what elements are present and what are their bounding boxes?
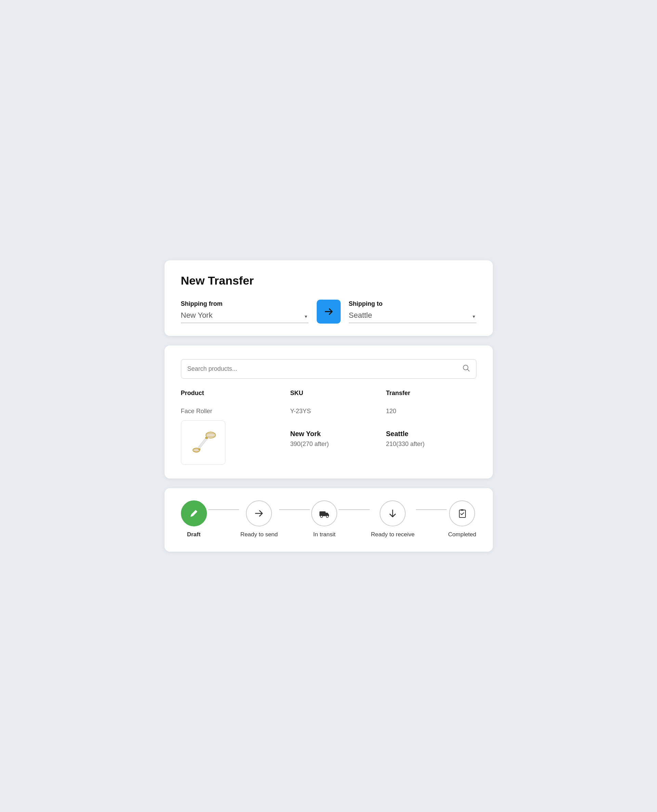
- step-ready-to-receive-circle: [380, 500, 406, 527]
- svg-point-16: [326, 516, 328, 517]
- header-sku: SKU: [290, 390, 386, 397]
- step-draft-circle: [181, 500, 207, 527]
- page-title: New Transfer: [181, 274, 476, 287]
- step-in-transit-label: In transit: [313, 531, 336, 538]
- arrow-right-icon: [254, 508, 265, 519]
- to-stock: 210(330 after): [386, 441, 476, 448]
- step-draft-label: Draft: [187, 531, 201, 538]
- header-transfer: Transfer: [386, 390, 476, 397]
- svg-line-7: [199, 438, 207, 448]
- from-location-label: New York: [290, 430, 386, 438]
- step-ready-to-receive-label: Ready to receive: [371, 531, 415, 538]
- step-ready-to-send-circle: [246, 500, 272, 527]
- pencil-icon: [188, 508, 200, 519]
- product-image: [181, 420, 226, 465]
- step-ready-to-send[interactable]: Ready to send: [240, 500, 278, 538]
- step-connector-1: [208, 509, 239, 510]
- table-row: Face Roller: [181, 402, 476, 465]
- step-in-transit-circle: [311, 500, 337, 527]
- step-ready-to-receive[interactable]: Ready to receive: [371, 500, 415, 538]
- svg-rect-8: [205, 437, 208, 439]
- shipping-from-field: Shipping from New York ▾: [181, 300, 308, 323]
- status-card: Draft Ready to send: [165, 488, 493, 552]
- search-bar[interactable]: [181, 359, 476, 379]
- shipping-to-field: Shipping to Seattle ▾: [349, 300, 476, 323]
- to-location-block: Seattle 210(330 after): [386, 430, 476, 448]
- shipping-from-select[interactable]: New York ▾: [181, 311, 308, 323]
- product-name: Face Roller: [181, 408, 290, 415]
- shipping-to-select[interactable]: Seattle ▾: [349, 311, 476, 323]
- step-connector-2: [279, 509, 310, 510]
- step-connector-3: [339, 509, 369, 510]
- face-roller-illustration: [186, 425, 220, 460]
- shipping-from-value[interactable]: New York: [181, 311, 308, 323]
- transfer-header-card: New Transfer Shipping from New York ▾ Sh…: [165, 260, 493, 336]
- header-product: Product: [181, 390, 290, 397]
- from-location-block: New York 390(270 after): [290, 430, 386, 448]
- svg-rect-18: [461, 509, 464, 511]
- steps-row: Draft Ready to send: [181, 500, 476, 538]
- from-stock: 390(270 after): [290, 441, 386, 448]
- clipboard-check-icon: [456, 508, 467, 519]
- svg-point-15: [321, 516, 322, 517]
- to-location-label: Seattle: [386, 430, 476, 438]
- shipping-row: Shipping from New York ▾ Shipping to Sea…: [181, 299, 476, 324]
- transfer-qty: 120: [386, 408, 476, 415]
- transfer-cell: 120 Seattle 210(330 after): [386, 408, 476, 448]
- search-icon: [462, 364, 470, 374]
- step-completed[interactable]: Completed: [448, 500, 476, 538]
- page-container: New Transfer Shipping from New York ▾ Sh…: [165, 260, 493, 552]
- svg-line-1: [467, 369, 469, 371]
- step-in-transit[interactable]: In transit: [311, 500, 337, 538]
- swap-direction-button[interactable]: [317, 299, 341, 324]
- search-input[interactable]: [187, 365, 462, 372]
- shipping-to-value[interactable]: Seattle: [349, 311, 476, 323]
- step-ready-to-send-label: Ready to send: [240, 531, 278, 538]
- svg-rect-14: [319, 511, 325, 516]
- arrow-down-icon: [387, 508, 398, 519]
- step-completed-label: Completed: [448, 531, 476, 538]
- truck-icon: [318, 507, 330, 519]
- shipping-from-label: Shipping from: [181, 300, 308, 307]
- step-draft[interactable]: Draft: [181, 500, 207, 538]
- svg-rect-13: [198, 449, 201, 450]
- step-connector-4: [416, 509, 447, 510]
- table-header: Product SKU Transfer: [181, 390, 476, 402]
- sku-value: Y-23YS: [290, 408, 386, 415]
- step-completed-circle: [449, 500, 475, 527]
- sku-cell: Y-23YS New York 390(270 after): [290, 408, 386, 448]
- products-card: Product SKU Transfer Face Roller: [165, 346, 493, 478]
- product-cell: Face Roller: [181, 408, 290, 465]
- shipping-to-label: Shipping to: [349, 300, 476, 307]
- arrow-right-icon: [323, 306, 334, 317]
